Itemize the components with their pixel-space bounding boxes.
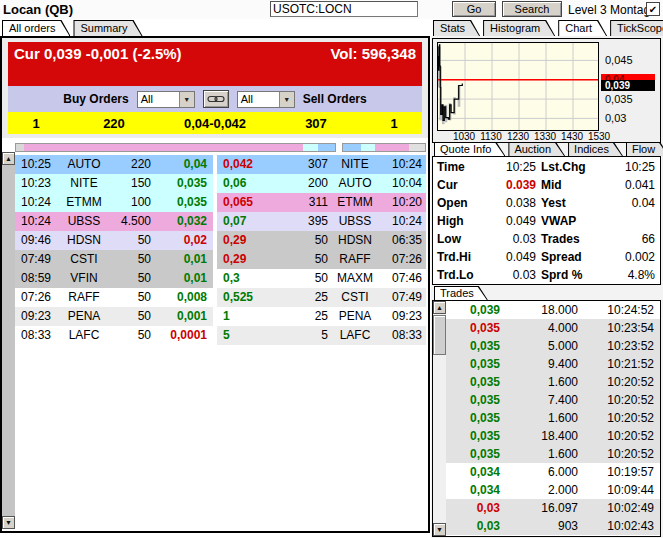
bid-depth-segment <box>16 144 24 151</box>
scroll-up-icon[interactable]: ▲ <box>433 301 446 314</box>
x-axis-label: 1330 <box>531 131 559 142</box>
trade-row[interactable]: 0,03518.40010:20:52 <box>446 427 660 445</box>
ask-mm: LAFC <box>328 326 382 345</box>
search-button[interactable]: Search <box>502 1 562 17</box>
y-axis-label: 0,03 <box>605 112 626 124</box>
quote-value-spread: 0.002 <box>605 250 658 264</box>
tab-quote-quote-info[interactable]: Quote Info <box>434 142 505 156</box>
trades-scrollbar[interactable]: ▲ ▼ <box>433 301 446 536</box>
tab-book-all-orders[interactable]: All orders <box>2 20 70 36</box>
trade-price: 0,035 <box>446 427 500 445</box>
dropdown-arrow-icon[interactable]: ▼ <box>279 92 294 107</box>
bid-size: 50 <box>111 231 151 250</box>
go-button[interactable]: Go <box>452 1 496 17</box>
book-scrollbar[interactable]: ▲ ▼ <box>2 152 15 529</box>
trades-tab-label: Trades <box>435 287 487 300</box>
trade-row[interactable]: 0,0351.60010:20:52 <box>446 409 660 427</box>
bid-mm: LAFC <box>57 326 111 345</box>
bid-row[interactable]: 10:24ETMM1000,035 <box>15 193 213 212</box>
trade-size: 1.600 <box>500 409 578 427</box>
tab-quote-flow[interactable]: Flow <box>626 142 663 156</box>
quote-info-grid: Time10:25Lst.Chg10:25Cur0.039Mid0.041Ope… <box>432 156 661 285</box>
quote-label-cur: Cur <box>435 178 481 192</box>
quote-value-sprd: 4.8% <box>605 268 658 282</box>
scroll-down-icon[interactable]: ▼ <box>2 516 15 529</box>
trade-size: 903 <box>500 517 578 535</box>
ask-time: 07:26 <box>382 250 426 269</box>
trade-row[interactable]: 0,0354.00010:23:54 <box>446 319 660 337</box>
quote-value-yest: 0.04 <box>605 196 658 210</box>
bid-row[interactable]: 10:24UBSS4.5000,032 <box>15 212 213 231</box>
bid-mm: HDSN <box>57 231 111 250</box>
trade-row[interactable]: 0,0355.00010:23:52 <box>446 337 660 355</box>
book-row: 09:23PENA500,001125PENA09:23 <box>15 307 428 326</box>
tab-view-histogram[interactable]: Histogram <box>483 20 555 36</box>
ask-row[interactable]: 0,065311ETMM10:20 <box>217 193 426 212</box>
ask-row[interactable]: 55LAFC08:33 <box>217 326 426 345</box>
tab-view-tickscope[interactable]: TickScope <box>610 20 663 36</box>
trade-row[interactable]: 0,0390310:02:43 <box>446 517 660 535</box>
best-ask-count: 1 <box>366 116 422 131</box>
tab-quote-indices[interactable]: Indices <box>568 142 623 156</box>
bid-time: 08:33 <box>15 326 57 345</box>
trade-row[interactable]: 0,0346.00010:19:57 <box>446 463 660 481</box>
ask-row[interactable]: 0,06200AUTO10:04 <box>217 174 426 193</box>
ask-row[interactable]: 0,2950RAFF07:26 <box>217 250 426 269</box>
trade-row[interactable]: 0,0351.60010:20:52 <box>446 373 660 391</box>
quote-value-low: 0.03 <box>481 232 539 246</box>
dropdown-arrow-icon[interactable]: ▼ <box>179 92 194 107</box>
quote-label-lst-chg: Lst.Chg <box>539 160 605 174</box>
chart-x-axis: 103011301230133014301530 <box>437 131 607 142</box>
tab-book-summary[interactable]: Summary <box>73 20 142 36</box>
trade-row[interactable]: 0,03918.00010:24:52 <box>446 301 660 319</box>
tab-trades-trades[interactable]: Trades <box>434 286 488 300</box>
trade-time: 10:20:52 <box>578 427 660 445</box>
bid-row[interactable]: 09:23PENA500,001 <box>15 307 213 326</box>
trade-row[interactable]: 0,0357.40010:20:52 <box>446 391 660 409</box>
tab-view-chart[interactable]: Chart <box>558 20 607 36</box>
montage-checkbox[interactable]: ✔ <box>646 2 660 16</box>
quote-label-trd-lo: Trd.Lo <box>435 268 481 282</box>
bid-row[interactable]: 09:46HDSN500,02 <box>15 231 213 250</box>
bid-row[interactable]: 08:33LAFC500,0001 <box>15 326 213 345</box>
quote-value-open: 0.038 <box>481 196 539 210</box>
tab-quote-auction[interactable]: Auction <box>508 142 565 156</box>
ask-row[interactable]: 0,2950HDSN06:35 <box>217 231 426 250</box>
bid-row[interactable]: 08:59VFIN500,01 <box>15 269 213 288</box>
scrollbar-thumb[interactable] <box>433 315 446 355</box>
ask-row[interactable]: 0,52525CSTI07:49 <box>217 288 426 307</box>
left-tab-bar: All ordersSummary <box>2 20 146 37</box>
trade-size: 1.600 <box>500 445 578 463</box>
trade-row[interactable]: 0,0351.60010:20:52 <box>446 445 660 463</box>
tab-view-stats[interactable]: Stats <box>433 20 480 36</box>
ask-row[interactable]: 0,042307NITE10:24 <box>217 155 426 174</box>
trade-price: 0,035 <box>446 373 500 391</box>
bid-row[interactable]: 07:49CSTI500,01 <box>15 250 213 269</box>
trade-size: 4.000 <box>500 319 578 337</box>
ask-depth-segment <box>361 144 375 151</box>
symbol-input[interactable] <box>270 1 418 17</box>
ask-row[interactable]: 0,350MAXM07:46 <box>217 269 426 288</box>
trade-price: 0,03 <box>446 499 500 517</box>
scroll-up-icon[interactable]: ▲ <box>2 152 15 165</box>
sell-filter-select[interactable]: All ▼ <box>237 91 295 108</box>
quote-value-cur: 0.039 <box>481 178 539 192</box>
book-row: 08:33LAFC500,000155LAFC08:33 <box>15 326 428 345</box>
trade-row[interactable]: 0,0316.09710:02:49 <box>446 499 660 517</box>
buy-filter-select[interactable]: All ▼ <box>137 91 195 108</box>
trade-row[interactable]: 0,0359.40010:21:52 <box>446 355 660 373</box>
ask-depth-segment <box>343 144 361 151</box>
scroll-down-icon[interactable]: ▼ <box>433 523 446 536</box>
trade-price: 0,035 <box>446 319 500 337</box>
bid-row[interactable]: 10:25AUTO2200,04 <box>15 155 213 174</box>
y-axis-label: 0,045 <box>605 54 633 66</box>
bid-size: 50 <box>111 326 151 345</box>
bid-row[interactable]: 07:26RAFF500,008 <box>15 288 213 307</box>
ask-row[interactable]: 125PENA09:23 <box>217 307 426 326</box>
bid-row[interactable]: 10:23NITE1500,035 <box>15 174 213 193</box>
link-filters-button[interactable] <box>203 90 229 108</box>
bid-mm: NITE <box>57 174 111 193</box>
trade-price: 0,035 <box>446 391 500 409</box>
trade-row[interactable]: 0,0342.00010:09:44 <box>446 481 660 499</box>
ask-row[interactable]: 0,07395UBSS10:24 <box>217 212 426 231</box>
